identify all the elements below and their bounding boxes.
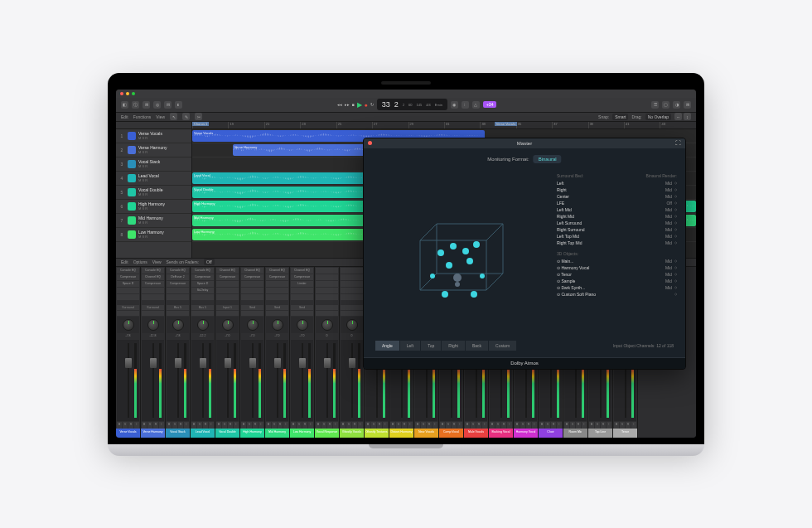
channel-m-button[interactable]: M bbox=[539, 422, 544, 429]
channel-label[interactable]: Vocal Double bbox=[215, 429, 239, 438]
timeline-ruler[interactable]: Chorus 1 Verse Vocals 171921232527293133… bbox=[116, 122, 696, 129]
view-tab-angle[interactable]: Angle bbox=[375, 341, 399, 351]
channel-m-button[interactable]: M bbox=[341, 422, 346, 429]
track-controls[interactable]: M S R bbox=[138, 178, 189, 182]
channel-s-button[interactable]: S bbox=[346, 422, 351, 429]
channel-input[interactable] bbox=[291, 311, 313, 316]
track-header[interactable]: 3 Vocal Stack M S R bbox=[116, 157, 191, 172]
bed-channel-row[interactable]: Right MidMid bbox=[557, 213, 677, 220]
insert-slot[interactable] bbox=[241, 294, 263, 300]
channel-label[interactable]: Mid Harmony bbox=[265, 429, 289, 438]
insert-slot[interactable] bbox=[117, 288, 139, 293]
channel-r-button[interactable]: R bbox=[551, 422, 556, 429]
channel-strip[interactable]: Channel EQCompressor Smd -7.0 MSRI Mid H… bbox=[265, 267, 290, 438]
channel-i-button[interactable]: I bbox=[557, 422, 562, 429]
insert-slot[interactable]: DeEsser 2 bbox=[167, 274, 189, 280]
channel-m-button[interactable]: M bbox=[440, 422, 445, 429]
channel-input[interactable] bbox=[117, 311, 139, 316]
channel-s-button[interactable]: S bbox=[620, 422, 625, 429]
atmos-object-icon[interactable] bbox=[480, 274, 485, 279]
channel-s-button[interactable]: S bbox=[297, 422, 302, 429]
fader[interactable] bbox=[191, 340, 214, 421]
channel-output[interactable]: Surround bbox=[142, 305, 164, 310]
channel-label[interactable]: Vocal Response bbox=[315, 429, 339, 438]
channel-r-button[interactable]: R bbox=[278, 422, 283, 429]
rewind-button[interactable]: ◂◂ bbox=[337, 102, 342, 107]
channel-i-button[interactable]: I bbox=[308, 422, 313, 429]
tuner-button[interactable]: ◉ bbox=[451, 101, 458, 109]
atmos-3d-view[interactable] bbox=[372, 173, 550, 349]
insert-slot[interactable] bbox=[316, 274, 338, 280]
insert-slot[interactable]: Compressor bbox=[241, 274, 263, 280]
channel-strip[interactable]: Console EQCompressorSpace D Surround -7.… bbox=[116, 267, 141, 438]
channel-i-button[interactable]: I bbox=[358, 422, 363, 429]
channel-m-button[interactable]: M bbox=[241, 422, 246, 429]
stop-button[interactable]: ■ bbox=[352, 102, 355, 107]
object-render-mode[interactable]: Mid bbox=[665, 259, 677, 264]
view-tab-left[interactable]: Left bbox=[400, 341, 420, 351]
insert-slot[interactable] bbox=[291, 288, 313, 293]
fader[interactable] bbox=[167, 340, 189, 421]
atmos-object-icon[interactable] bbox=[437, 249, 444, 256]
channel-i-button[interactable]: I bbox=[209, 422, 214, 429]
channel-i-button[interactable]: I bbox=[532, 422, 537, 429]
channel-i-button[interactable]: I bbox=[134, 422, 139, 429]
atmos-object-icon[interactable] bbox=[450, 243, 457, 249]
channel-s-button[interactable]: S bbox=[595, 422, 600, 429]
channel-i-button[interactable]: I bbox=[259, 422, 263, 429]
channel-label[interactable]: Verse Harmony bbox=[141, 429, 165, 438]
bed-channel-row[interactable]: Right Top MidMid bbox=[557, 240, 677, 246]
bed-channel-row[interactable]: Left MidMid bbox=[557, 206, 677, 213]
minimize-icon[interactable] bbox=[126, 92, 129, 95]
channel-input[interactable] bbox=[316, 311, 338, 316]
channel-i-button[interactable]: I bbox=[507, 422, 512, 429]
insert-slot[interactable] bbox=[266, 294, 288, 300]
channel-s-button[interactable]: S bbox=[446, 422, 451, 429]
atmos-object-icon[interactable] bbox=[462, 248, 469, 254]
zoom-v-button[interactable]: ↕ bbox=[684, 113, 691, 120]
metronome-button[interactable]: △ bbox=[472, 101, 480, 109]
browser-button[interactable]: ⊞ bbox=[684, 101, 691, 109]
channel-r-button[interactable]: R bbox=[626, 422, 631, 429]
drag-value[interactable]: No Overlap bbox=[645, 114, 671, 120]
channel-m-button[interactable]: M bbox=[316, 422, 321, 429]
channel-input[interactable] bbox=[341, 311, 363, 316]
track-header[interactable]: 1 Verse Vocals M S R bbox=[116, 129, 191, 143]
mixer-edit-menu[interactable]: Edit bbox=[121, 259, 128, 264]
channel-s-button[interactable]: S bbox=[471, 422, 476, 429]
fader[interactable] bbox=[117, 340, 139, 421]
notepad-button[interactable]: ▢ bbox=[662, 101, 669, 109]
channel-input[interactable] bbox=[266, 311, 288, 316]
zoom-icon[interactable] bbox=[132, 92, 135, 95]
channel-output[interactable]: Bus 5 bbox=[167, 305, 189, 310]
insert-slot[interactable] bbox=[341, 268, 363, 274]
track-icon[interactable] bbox=[128, 132, 136, 140]
marker-chorus[interactable]: Chorus 1 bbox=[192, 122, 209, 126]
channel-m-button[interactable]: M bbox=[614, 422, 619, 429]
atmos-object-icon[interactable] bbox=[430, 274, 435, 279]
channel-r-button[interactable]: R bbox=[501, 422, 506, 429]
bed-render-mode[interactable]: Mid bbox=[665, 240, 677, 245]
channel-output[interactable]: Bus 5 bbox=[191, 305, 214, 310]
pan-knob[interactable] bbox=[316, 317, 338, 333]
channel-s-button[interactable]: S bbox=[321, 422, 326, 429]
channel-s-button[interactable]: S bbox=[147, 422, 152, 429]
insert-slot[interactable]: Space D bbox=[191, 281, 214, 287]
channel-m-button[interactable]: M bbox=[390, 422, 395, 429]
track-icon[interactable] bbox=[128, 160, 136, 168]
channel-strip[interactable]: Console EQDeEsser 2Compressor Bus 5 -7.8… bbox=[166, 267, 191, 438]
panel-close-icon[interactable] bbox=[368, 141, 372, 145]
channel-label[interactable]: Ghostly Vocals bbox=[340, 429, 364, 438]
pan-knob[interactable] bbox=[216, 317, 239, 333]
channel-output[interactable]: Surround bbox=[117, 305, 139, 310]
insert-slot[interactable]: Compressor bbox=[266, 274, 288, 280]
mixer-options-menu[interactable]: Options bbox=[133, 259, 147, 264]
bed-channel-row[interactable]: Right SurroundMid bbox=[557, 226, 677, 233]
insert-slot[interactable]: Console EQ bbox=[117, 268, 139, 274]
object-row[interactable]: ⊙ Main...Mid bbox=[557, 258, 677, 264]
atmos-object-icon[interactable] bbox=[446, 262, 452, 269]
channel-output[interactable]: Smd bbox=[241, 305, 263, 310]
pan-knob[interactable] bbox=[191, 317, 214, 333]
channel-s-button[interactable]: S bbox=[247, 422, 252, 429]
channel-label[interactable]: Verse Vocals bbox=[116, 429, 140, 438]
